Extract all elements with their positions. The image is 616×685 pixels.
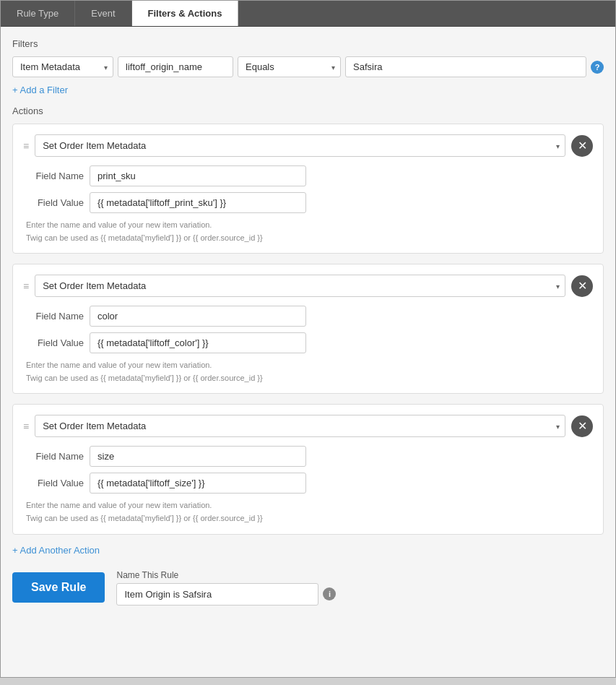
drag-handle-icon-1[interactable]: ≡ [23, 140, 29, 152]
field-value-row-1: Field Value [26, 192, 593, 213]
field-value-label-2: Field Value [26, 337, 84, 348]
drag-handle-icon-3[interactable]: ≡ [23, 421, 29, 432]
remove-icon-2: ✕ [578, 280, 587, 292]
name-rule-info-icon[interactable]: i [323, 587, 336, 600]
remove-icon-3: ✕ [578, 421, 587, 432]
field-value-row-3: Field Value [26, 473, 593, 494]
filter-help-icon[interactable]: ? [591, 61, 604, 74]
action-fields-1: Field Name Field Value Enter the name an… [23, 165, 593, 244]
filter-type-select[interactable]: Item Metadata Order Metadata Cart Metada… [12, 56, 113, 77]
action-card-3: ≡ Set Order Item Metadata Set Order Meta… [12, 404, 604, 534]
field-name-input-3[interactable] [90, 446, 306, 467]
action-type-select-2[interactable]: Set Order Item Metadata Set Order Metada… [35, 275, 565, 297]
action-header-2: ≡ Set Order Item Metadata Set Order Meta… [23, 275, 593, 297]
action-type-select-3[interactable]: Set Order Item Metadata Set Order Metada… [35, 415, 565, 437]
field-value-input-2[interactable] [90, 332, 306, 353]
field-value-input-3[interactable] [90, 473, 306, 494]
remove-action-button-2[interactable]: ✕ [571, 275, 593, 297]
hint-text-3: Enter the name and value of your new ite… [26, 499, 593, 525]
filter-row: Item Metadata Order Metadata Cart Metada… [12, 56, 604, 77]
hint-text-2: Enter the name and value of your new ite… [26, 359, 593, 384]
filter-field-input[interactable] [118, 56, 233, 77]
action-type-wrap-2: Set Order Item Metadata Set Order Metada… [35, 275, 565, 297]
filter-value-input[interactable] [345, 56, 586, 77]
remove-action-button-3[interactable]: ✕ [571, 415, 593, 437]
remove-action-button-1[interactable]: ✕ [571, 135, 593, 157]
field-value-label-3: Field Value [26, 478, 84, 488]
actions-section: Actions ≡ Set Order Item Metadata Set Or… [12, 105, 604, 556]
action-type-wrap-1: Set Order Item Metadata Set Order Metada… [35, 134, 565, 157]
field-value-input-1[interactable] [90, 192, 306, 213]
action-fields-3: Field Name Field Value Enter the name an… [23, 446, 593, 525]
filter-operator-wrap: Equals Not Equals Contains Does Not Cont… [238, 56, 341, 77]
action-card-2: ≡ Set Order Item Metadata Set Order Meta… [12, 264, 604, 394]
field-name-label-1: Field Name [26, 171, 84, 181]
name-rule-wrap: Name This Rule i [116, 570, 336, 606]
add-filter-link[interactable]: + Add a Filter [12, 85, 604, 95]
action-card-1: ≡ Set Order Item Metadata Set Order Meta… [12, 124, 604, 254]
tab-rule-type[interactable]: Rule Type [1, 1, 75, 26]
filter-operator-select[interactable]: Equals Not Equals Contains Does Not Cont… [238, 56, 341, 77]
tab-event[interactable]: Event [75, 1, 131, 26]
name-rule-label: Name This Rule [116, 570, 336, 580]
action-header-3: ≡ Set Order Item Metadata Set Order Meta… [23, 415, 593, 437]
save-rule-button[interactable]: Save Rule [12, 572, 105, 603]
action-header-1: ≡ Set Order Item Metadata Set Order Meta… [23, 134, 593, 157]
tab-bar: Rule Type Event Filters & Actions [1, 1, 615, 27]
actions-label: Actions [12, 105, 604, 116]
field-name-row-3: Field Name [26, 446, 593, 467]
filter-type-wrap: Item Metadata Order Metadata Cart Metada… [12, 56, 113, 77]
content-area: Filters Item Metadata Order Metadata Car… [1, 27, 615, 677]
main-window: Rule Type Event Filters & Actions Filter… [0, 0, 616, 678]
filters-section: Filters Item Metadata Order Metadata Car… [12, 38, 604, 95]
drag-handle-icon-2[interactable]: ≡ [23, 280, 29, 292]
field-name-input-2[interactable] [90, 306, 306, 327]
name-rule-input[interactable] [116, 583, 318, 606]
field-name-row-2: Field Name [26, 306, 593, 327]
field-value-row-2: Field Value [26, 332, 593, 353]
action-type-select-1[interactable]: Set Order Item Metadata Set Order Metada… [35, 134, 565, 157]
field-value-label-1: Field Value [26, 197, 84, 208]
add-action-link[interactable]: + Add Another Action [12, 545, 604, 556]
remove-icon-1: ✕ [578, 140, 587, 152]
action-fields-2: Field Name Field Value Enter the name an… [23, 306, 593, 384]
hint-text-1: Enter the name and value of your new ite… [26, 219, 593, 244]
field-name-input-1[interactable] [90, 165, 306, 186]
name-rule-row: i [116, 583, 336, 606]
action-type-wrap-3: Set Order Item Metadata Set Order Metada… [35, 415, 565, 437]
field-name-label-3: Field Name [26, 451, 84, 462]
field-name-label-2: Field Name [26, 311, 84, 322]
field-name-row-1: Field Name [26, 165, 593, 186]
tab-filters-actions[interactable]: Filters & Actions [132, 1, 239, 26]
filters-label: Filters [12, 38, 604, 49]
save-area: Save Rule Name This Rule i [12, 570, 604, 606]
